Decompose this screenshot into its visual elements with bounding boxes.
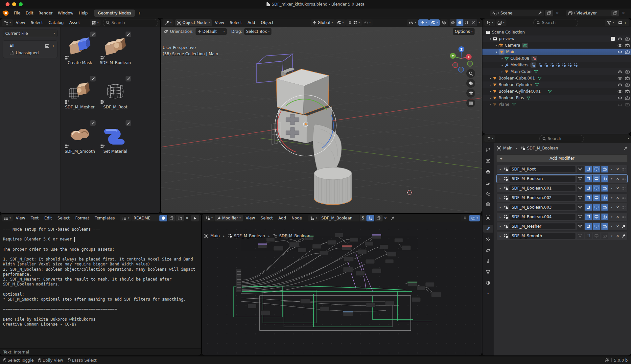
node-menu-select[interactable]: Select [258, 215, 275, 221]
traffic-zoom-button[interactable] [19, 2, 23, 6]
modifier-row-sdf-m-boolean-001[interactable]: ▸ SDF_M_Boolean.001 ▾ ✕ [496, 184, 628, 193]
unlink-text-button[interactable]: ✕ [184, 216, 189, 220]
on-cage-toggle[interactable] [585, 204, 592, 211]
edit-mode-toggle[interactable] [577, 204, 584, 211]
shading-material-button[interactable] [463, 19, 470, 26]
tab-physics[interactable] [484, 246, 492, 254]
edit-asset-icon[interactable] [90, 32, 96, 37]
viewport-menu-select[interactable]: Select [227, 19, 245, 26]
outliner-row-main-cube[interactable]: ▸ Main-Cube [482, 68, 631, 75]
asset-item[interactable]: SDF_M_Mesher [64, 77, 96, 109]
modifier-name-field[interactable]: SDF_M_Boolean.001 [509, 185, 575, 191]
proportional-editing-button[interactable]: ▾ [362, 19, 373, 26]
asset-item[interactable]: Set Material [100, 122, 131, 154]
edit-mode-toggle[interactable] [577, 214, 584, 220]
node-menu-node[interactable]: Node [289, 215, 304, 221]
modifier-row-sdf-m-boolean-004[interactable]: ▸ SDF_M_Boolean.004 ▾ ✕ [496, 213, 628, 221]
outliner-row-boolean-cylinder-001[interactable]: ▸ Boolean-Cylinder.001 [482, 88, 631, 95]
render-disabled-toggle[interactable] [601, 233, 608, 239]
pin-icon[interactable] [390, 216, 395, 220]
realtime-toggle[interactable] [593, 175, 600, 182]
run-script-button[interactable] [191, 215, 199, 221]
drag-handle[interactable] [621, 196, 626, 199]
outliner-search-input[interactable]: Search [533, 19, 578, 26]
render-camera-icon[interactable] [625, 43, 630, 47]
asset-menu-view[interactable]: View [13, 19, 28, 26]
modifier-name-field[interactable]: SDF_M_Root [509, 166, 575, 172]
hide-eye-icon[interactable] [618, 44, 622, 47]
realtime-toggle[interactable] [593, 166, 600, 172]
edit-asset-icon[interactable] [126, 120, 131, 126]
edit-asset-icon[interactable] [126, 32, 131, 37]
outliner-row-camera[interactable]: ▸ Camera [482, 42, 631, 49]
drag-select[interactable]: Select Box▾ [244, 28, 271, 35]
show-gizmo-toggle[interactable]: ▾ [418, 19, 429, 26]
edit-mode-toggle[interactable] [577, 233, 584, 239]
node-snapping-button[interactable] [461, 215, 469, 221]
delete-modifier-button[interactable]: ✕ [615, 224, 620, 229]
text-menu-format[interactable]: Format [73, 215, 92, 221]
edit-asset-icon[interactable] [90, 120, 96, 126]
realtime-toggle[interactable] [593, 214, 600, 220]
drag-handle[interactable] [621, 216, 626, 218]
hide-eye-icon[interactable] [618, 70, 622, 74]
tool-orientation-select[interactable]: Default▾ [196, 28, 227, 35]
modifier-row-sdf-m-boolean[interactable]: ▸ SDF_M_Boolean ▾ ✕ [496, 174, 628, 183]
hide-eye-icon[interactable] [618, 50, 622, 54]
tab-render[interactable] [484, 157, 492, 165]
catalog-all[interactable]: All ＋ [5, 42, 55, 49]
viewlayer-selector[interactable]: ▾ ViewLayer [566, 10, 611, 16]
render-camera-icon[interactable] [625, 76, 630, 80]
breadcrumb-group[interactable]: SDF_M_Boolean [279, 234, 310, 238]
modifier-name-field[interactable]: SDF_M_Mesher [509, 223, 575, 229]
on-cage-toggle[interactable] [585, 223, 592, 230]
new-text-button[interactable] [168, 215, 175, 221]
tab-world[interactable] [484, 200, 492, 208]
outliner-row-modifiers[interactable]: ▸ Modifiers [482, 62, 631, 68]
outliner-row-boolean-cube-001[interactable]: ▸ Boolean-Cube.001 [482, 75, 631, 81]
breadcrumb-node-tree[interactable]: SDF_M_Boolean [527, 146, 558, 150]
transform-orientation-selector[interactable]: Global▾ [311, 19, 335, 26]
node-tree-type-select[interactable]: Modifier▾ [215, 215, 243, 221]
outliner-row-boolean-cylinder[interactable]: ▸ Boolean-Cylinder [482, 81, 631, 88]
render-toggle[interactable] [601, 185, 608, 192]
editor-type-button[interactable]: ▾ [204, 215, 215, 221]
render-toggle[interactable] [601, 175, 608, 182]
asset-source-select[interactable]: Current File▾ [3, 30, 58, 37]
delete-modifier-button[interactable]: ✕ [615, 205, 620, 210]
render-camera-icon[interactable] [625, 83, 630, 87]
xray-toggle[interactable] [440, 19, 448, 26]
zoom-tool-button[interactable] [466, 69, 475, 78]
tab-scene[interactable] [484, 190, 492, 197]
on-cage-toggle[interactable] [585, 166, 592, 172]
hide-eye-icon[interactable] [618, 37, 622, 41]
node-group-name-field[interactable]: SDF_M_Boolean [319, 215, 360, 221]
on-cage-toggle[interactable] [585, 214, 592, 220]
hide-eye-icon[interactable] [618, 90, 622, 93]
menu-file[interactable]: File [11, 10, 23, 16]
transform-pivot-button[interactable]: ▾ [335, 19, 346, 26]
realtime-toggle[interactable] [593, 233, 600, 239]
pin-icon[interactable] [621, 224, 626, 229]
tab-constraints[interactable] [484, 257, 492, 265]
mode-selector[interactable]: Object Mode▾ [175, 19, 212, 26]
modifier-extras-button[interactable]: ▾ [610, 177, 614, 180]
modifier-name-field[interactable]: SDF_M_Smooth [509, 233, 575, 239]
node-menu-add[interactable]: Add [276, 215, 289, 221]
text-menu-text[interactable]: Text [28, 215, 41, 221]
render-toggle[interactable] [601, 223, 608, 230]
modifier-name-field[interactable]: SDF_M_Boolean.003 [509, 204, 575, 210]
editor-type-button[interactable]: ▾ [2, 215, 13, 221]
breadcrumb-object[interactable]: Main [210, 234, 220, 238]
render-camera-icon[interactable] [625, 89, 630, 93]
editor-type-button[interactable]: ▾ [484, 135, 495, 142]
text-menu-view[interactable]: View [13, 215, 28, 221]
render-camera-icon[interactable] [625, 50, 630, 54]
hide-eye-icon[interactable] [618, 83, 622, 87]
render-toggle[interactable] [601, 204, 608, 211]
tab-modifiers[interactable] [483, 225, 493, 233]
delete-modifier-button[interactable]: ✕ [615, 177, 620, 181]
modifier-extras-button[interactable]: ▾ [610, 225, 614, 228]
delete-modifier-button[interactable]: ✕ [615, 186, 620, 191]
text-menu-edit[interactable]: Edit [42, 215, 55, 221]
